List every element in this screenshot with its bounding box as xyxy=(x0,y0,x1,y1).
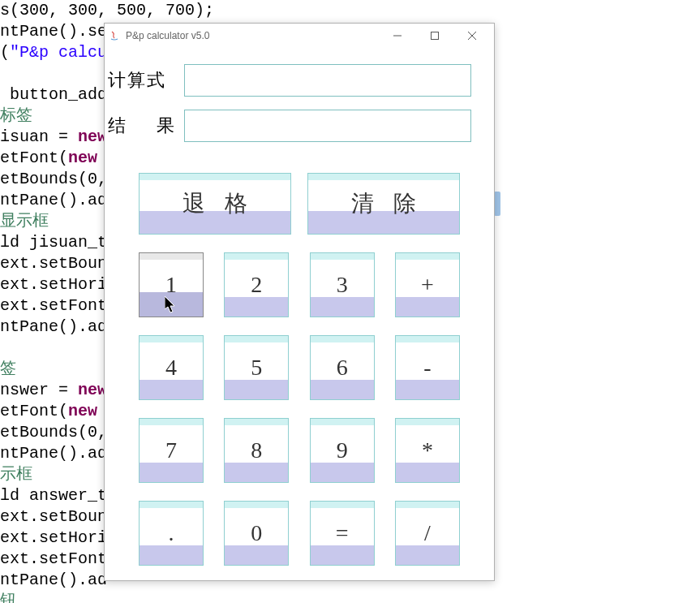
calculator-window: P&p calculator v5.0 计算式 结果 退格 清除 xyxy=(104,23,495,581)
snap-hint xyxy=(494,192,500,216)
digit-1-button[interactable]: 1 xyxy=(139,252,204,317)
titlebar: P&p calculator v5.0 xyxy=(105,24,494,48)
minimize-button[interactable] xyxy=(379,24,416,48)
digit-7-button[interactable]: 7 xyxy=(139,418,204,483)
multiply-button[interactable]: * xyxy=(395,418,460,483)
digit-8-button[interactable]: 8 xyxy=(224,418,289,483)
result-label: 结果 xyxy=(105,114,184,138)
digit-2-button[interactable]: 2 xyxy=(224,252,289,317)
result-input[interactable] xyxy=(184,110,471,142)
maximize-button[interactable] xyxy=(416,24,453,48)
digit-0-button[interactable]: 0 xyxy=(224,501,289,566)
close-button[interactable] xyxy=(453,24,491,48)
digit-5-button[interactable]: 5 xyxy=(224,335,289,400)
java-icon xyxy=(108,29,121,42)
equals-button[interactable]: = xyxy=(310,501,375,566)
content-area: 计算式 结果 退格 清除 1 2 3 + 4 5 6 - xyxy=(105,48,494,593)
button-grid: 退格 清除 1 2 3 + 4 5 6 - 7 8 9 * . xyxy=(105,149,494,566)
digit-9-button[interactable]: 9 xyxy=(310,418,375,483)
digit-6-button[interactable]: 6 xyxy=(310,335,375,400)
expression-input[interactable] xyxy=(184,64,471,97)
divide-button[interactable]: / xyxy=(395,501,460,566)
dot-button[interactable]: . xyxy=(139,501,204,566)
window-title: P&p calculator v5.0 xyxy=(126,30,379,41)
minus-button[interactable]: - xyxy=(395,335,460,400)
plus-button[interactable]: + xyxy=(395,252,460,317)
svg-rect-1 xyxy=(432,32,439,40)
expression-label: 计算式 xyxy=(105,68,184,93)
window-controls xyxy=(379,24,491,48)
digit-4-button[interactable]: 4 xyxy=(139,335,204,400)
clear-button[interactable]: 清除 xyxy=(307,173,460,235)
digit-3-button[interactable]: 3 xyxy=(310,252,375,317)
backspace-button[interactable]: 退格 xyxy=(139,173,291,235)
